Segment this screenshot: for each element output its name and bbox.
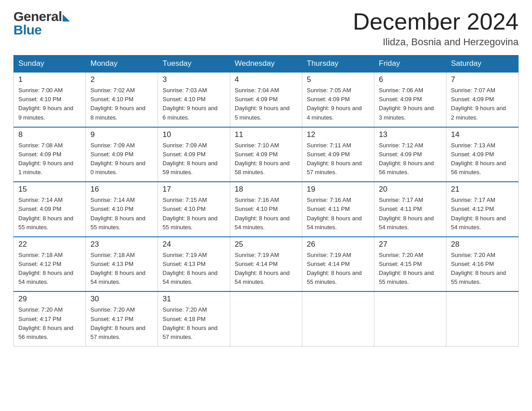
day-number: 3 bbox=[163, 75, 225, 84]
calendar-cell: 25Sunrise: 7:19 AMSunset: 4:14 PMDayligh… bbox=[230, 237, 302, 292]
calendar-cell: 29Sunrise: 7:20 AMSunset: 4:17 PMDayligh… bbox=[14, 291, 86, 346]
day-number: 18 bbox=[235, 185, 297, 194]
day-number: 8 bbox=[18, 130, 81, 139]
day-number: 31 bbox=[163, 295, 225, 304]
day-info: Sunrise: 7:06 AMSunset: 4:09 PMDaylight:… bbox=[379, 86, 442, 122]
day-number: 20 bbox=[379, 185, 442, 194]
calendar-cell: 21Sunrise: 7:17 AMSunset: 4:12 PMDayligh… bbox=[446, 182, 519, 237]
day-number: 2 bbox=[90, 75, 153, 84]
calendar-cell: 17Sunrise: 7:15 AMSunset: 4:10 PMDayligh… bbox=[158, 182, 230, 237]
calendar-cell: 2Sunrise: 7:02 AMSunset: 4:10 PMDaylight… bbox=[86, 72, 158, 127]
calendar-cell: 19Sunrise: 7:16 AMSunset: 4:11 PMDayligh… bbox=[302, 182, 374, 237]
calendar-cell: 15Sunrise: 7:14 AMSunset: 4:09 PMDayligh… bbox=[14, 182, 86, 237]
calendar-week-5: 29Sunrise: 7:20 AMSunset: 4:17 PMDayligh… bbox=[14, 291, 519, 346]
calendar-cell: 30Sunrise: 7:20 AMSunset: 4:17 PMDayligh… bbox=[86, 291, 158, 346]
day-info: Sunrise: 7:20 AMSunset: 4:16 PMDaylight:… bbox=[451, 251, 514, 287]
calendar-cell: 18Sunrise: 7:16 AMSunset: 4:10 PMDayligh… bbox=[230, 182, 302, 237]
day-info: Sunrise: 7:15 AMSunset: 4:10 PMDaylight:… bbox=[163, 196, 225, 232]
day-number: 22 bbox=[18, 240, 81, 249]
header-monday: Monday bbox=[86, 56, 158, 73]
header-sunday: Sunday bbox=[14, 56, 86, 73]
day-number: 25 bbox=[235, 240, 297, 249]
day-info: Sunrise: 7:14 AMSunset: 4:10 PMDaylight:… bbox=[90, 196, 153, 232]
calendar-cell: 13Sunrise: 7:12 AMSunset: 4:09 PMDayligh… bbox=[374, 127, 446, 182]
calendar-cell: 3Sunrise: 7:03 AMSunset: 4:10 PMDaylight… bbox=[158, 72, 230, 127]
logo-blue-text: Blue bbox=[13, 22, 42, 38]
calendar-cell: 5Sunrise: 7:05 AMSunset: 4:09 PMDaylight… bbox=[302, 72, 374, 127]
day-number: 17 bbox=[163, 185, 225, 194]
day-number: 27 bbox=[379, 240, 442, 249]
calendar-header-row: Sunday Monday Tuesday Wednesday Thursday… bbox=[14, 56, 519, 73]
calendar-cell: 11Sunrise: 7:10 AMSunset: 4:09 PMDayligh… bbox=[230, 127, 302, 182]
day-info: Sunrise: 7:12 AMSunset: 4:09 PMDaylight:… bbox=[379, 141, 442, 177]
day-info: Sunrise: 7:17 AMSunset: 4:12 PMDaylight:… bbox=[451, 196, 514, 232]
calendar-cell: 20Sunrise: 7:17 AMSunset: 4:11 PMDayligh… bbox=[374, 182, 446, 237]
day-number: 15 bbox=[18, 185, 81, 194]
day-number: 1 bbox=[18, 75, 81, 84]
day-number: 30 bbox=[90, 295, 153, 304]
calendar-week-1: 1Sunrise: 7:00 AMSunset: 4:10 PMDaylight… bbox=[14, 72, 519, 127]
calendar-cell: 12Sunrise: 7:11 AMSunset: 4:09 PMDayligh… bbox=[302, 127, 374, 182]
calendar-cell: 27Sunrise: 7:20 AMSunset: 4:15 PMDayligh… bbox=[374, 237, 446, 292]
calendar-cell: 26Sunrise: 7:19 AMSunset: 4:14 PMDayligh… bbox=[302, 237, 374, 292]
day-number: 9 bbox=[90, 130, 153, 139]
location-text: Ilidza, Bosnia and Herzegovina bbox=[353, 36, 519, 48]
calendar-cell bbox=[374, 291, 446, 346]
day-number: 14 bbox=[451, 130, 514, 139]
day-info: Sunrise: 7:18 AMSunset: 4:13 PMDaylight:… bbox=[90, 251, 153, 287]
day-number: 10 bbox=[163, 130, 225, 139]
day-number: 13 bbox=[379, 130, 442, 139]
calendar-cell bbox=[230, 291, 302, 346]
day-number: 24 bbox=[163, 240, 225, 249]
day-info: Sunrise: 7:11 AMSunset: 4:09 PMDaylight:… bbox=[307, 141, 369, 177]
header-thursday: Thursday bbox=[302, 56, 374, 73]
day-number: 23 bbox=[90, 240, 153, 249]
logo-general-text: General bbox=[13, 9, 62, 24]
logo: General Blue bbox=[13, 9, 70, 38]
page-header: General Blue December 2024 Ilidza, Bosni… bbox=[13, 9, 519, 48]
day-info: Sunrise: 7:18 AMSunset: 4:12 PMDaylight:… bbox=[18, 251, 81, 287]
day-number: 16 bbox=[90, 185, 153, 194]
header-friday: Friday bbox=[374, 56, 446, 73]
day-info: Sunrise: 7:20 AMSunset: 4:15 PMDaylight:… bbox=[379, 251, 442, 287]
day-info: Sunrise: 7:20 AMSunset: 4:17 PMDaylight:… bbox=[90, 305, 153, 342]
day-info: Sunrise: 7:07 AMSunset: 4:09 PMDaylight:… bbox=[451, 86, 514, 122]
calendar-cell: 14Sunrise: 7:13 AMSunset: 4:09 PMDayligh… bbox=[446, 127, 519, 182]
calendar-cell: 22Sunrise: 7:18 AMSunset: 4:12 PMDayligh… bbox=[14, 237, 86, 292]
day-info: Sunrise: 7:09 AMSunset: 4:09 PMDaylight:… bbox=[163, 141, 225, 177]
calendar-week-3: 15Sunrise: 7:14 AMSunset: 4:09 PMDayligh… bbox=[14, 182, 519, 237]
calendar-cell: 16Sunrise: 7:14 AMSunset: 4:10 PMDayligh… bbox=[86, 182, 158, 237]
calendar-cell: 31Sunrise: 7:20 AMSunset: 4:18 PMDayligh… bbox=[158, 291, 230, 346]
day-info: Sunrise: 7:08 AMSunset: 4:09 PMDaylight:… bbox=[18, 141, 81, 177]
header-saturday: Saturday bbox=[446, 56, 519, 73]
logo-triangle-icon bbox=[63, 14, 70, 21]
day-number: 6 bbox=[379, 75, 442, 84]
day-number: 4 bbox=[235, 75, 297, 84]
calendar-cell: 24Sunrise: 7:19 AMSunset: 4:13 PMDayligh… bbox=[158, 237, 230, 292]
title-area: December 2024 Ilidza, Bosnia and Herzego… bbox=[353, 9, 519, 48]
month-title: December 2024 bbox=[353, 9, 519, 34]
header-wednesday: Wednesday bbox=[230, 56, 302, 73]
day-info: Sunrise: 7:19 AMSunset: 4:13 PMDaylight:… bbox=[163, 251, 225, 287]
calendar-table: Sunday Monday Tuesday Wednesday Thursday… bbox=[13, 55, 519, 347]
calendar-week-2: 8Sunrise: 7:08 AMSunset: 4:09 PMDaylight… bbox=[14, 127, 519, 182]
day-number: 29 bbox=[18, 295, 81, 304]
day-info: Sunrise: 7:03 AMSunset: 4:10 PMDaylight:… bbox=[163, 86, 225, 122]
calendar-cell: 10Sunrise: 7:09 AMSunset: 4:09 PMDayligh… bbox=[158, 127, 230, 182]
day-info: Sunrise: 7:20 AMSunset: 4:18 PMDaylight:… bbox=[163, 305, 225, 342]
day-info: Sunrise: 7:02 AMSunset: 4:10 PMDaylight:… bbox=[90, 86, 153, 122]
day-info: Sunrise: 7:14 AMSunset: 4:09 PMDaylight:… bbox=[18, 196, 81, 232]
day-info: Sunrise: 7:10 AMSunset: 4:09 PMDaylight:… bbox=[235, 141, 297, 177]
day-number: 26 bbox=[307, 240, 369, 249]
day-number: 5 bbox=[307, 75, 369, 84]
calendar-cell: 28Sunrise: 7:20 AMSunset: 4:16 PMDayligh… bbox=[446, 237, 519, 292]
day-number: 19 bbox=[307, 185, 369, 194]
day-info: Sunrise: 7:19 AMSunset: 4:14 PMDaylight:… bbox=[307, 251, 369, 287]
header-tuesday: Tuesday bbox=[158, 56, 230, 73]
calendar-cell: 23Sunrise: 7:18 AMSunset: 4:13 PMDayligh… bbox=[86, 237, 158, 292]
day-info: Sunrise: 7:13 AMSunset: 4:09 PMDaylight:… bbox=[451, 141, 514, 177]
calendar-cell: 8Sunrise: 7:08 AMSunset: 4:09 PMDaylight… bbox=[14, 127, 86, 182]
day-info: Sunrise: 7:16 AMSunset: 4:10 PMDaylight:… bbox=[235, 196, 297, 232]
calendar-cell bbox=[446, 291, 519, 346]
day-number: 28 bbox=[451, 240, 514, 249]
